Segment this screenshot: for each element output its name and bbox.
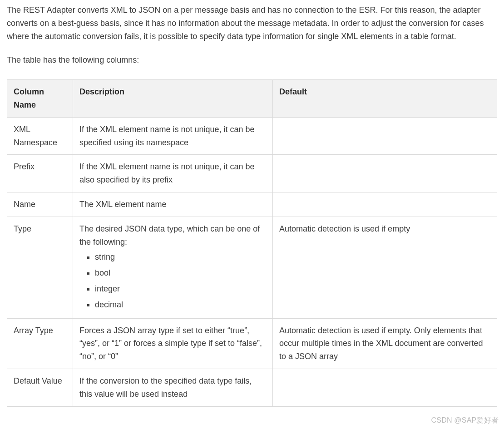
table-row: Name The XML element name: [7, 192, 497, 217]
cell-name: Type: [7, 217, 73, 318]
cell-default: [273, 117, 497, 155]
cell-desc: The desired JSON data type, which can be…: [73, 217, 273, 318]
header-description: Description: [73, 80, 273, 118]
type-desc-intro: The desired JSON data type, which can be…: [79, 224, 260, 247]
cell-name: Array Type: [7, 318, 73, 369]
cell-name: Default Value: [7, 369, 73, 406]
table-row: Type The desired JSON data type, which c…: [7, 217, 497, 318]
cell-desc: If the XML element name is not unique, i…: [73, 155, 273, 192]
header-default: Default: [273, 80, 497, 118]
cell-name: XML Namespace: [7, 117, 73, 155]
intro-paragraph: The REST Adapter converts XML to JSON on…: [7, 4, 497, 43]
table-row: XML Namespace If the XML element name is…: [7, 117, 497, 155]
cell-default: [273, 192, 497, 217]
cell-desc: If the conversion to the specified data …: [73, 369, 273, 406]
table-header-row: Column Name Description Default: [7, 80, 497, 118]
cell-desc: If the XML element name is not unique, i…: [73, 117, 273, 155]
table-row: Default Value If the conversion to the s…: [7, 369, 497, 406]
header-column-name: Column Name: [7, 80, 73, 118]
subtitle-paragraph: The table has the following columns:: [7, 54, 497, 67]
cell-default: [273, 369, 497, 406]
cell-default: [273, 155, 497, 192]
table-row: Array Type Forces a JSON array type if s…: [7, 318, 497, 369]
cell-desc: The XML element name: [73, 192, 273, 217]
table-row: Prefix If the XML element name is not un…: [7, 155, 497, 192]
list-item: bool: [95, 265, 266, 281]
list-item: string: [95, 249, 266, 265]
cell-desc: Forces a JSON array type if set to eithe…: [73, 318, 273, 369]
cell-name: Name: [7, 192, 73, 217]
cell-default: Automatic detection is used if empty. On…: [273, 318, 497, 369]
cell-default: Automatic detection is used if empty: [273, 217, 497, 318]
type-list: string bool integer decimal: [79, 249, 266, 312]
cell-name: Prefix: [7, 155, 73, 192]
list-item: decimal: [95, 297, 266, 313]
list-item: integer: [95, 281, 266, 297]
columns-table: Column Name Description Default XML Name…: [7, 79, 497, 406]
